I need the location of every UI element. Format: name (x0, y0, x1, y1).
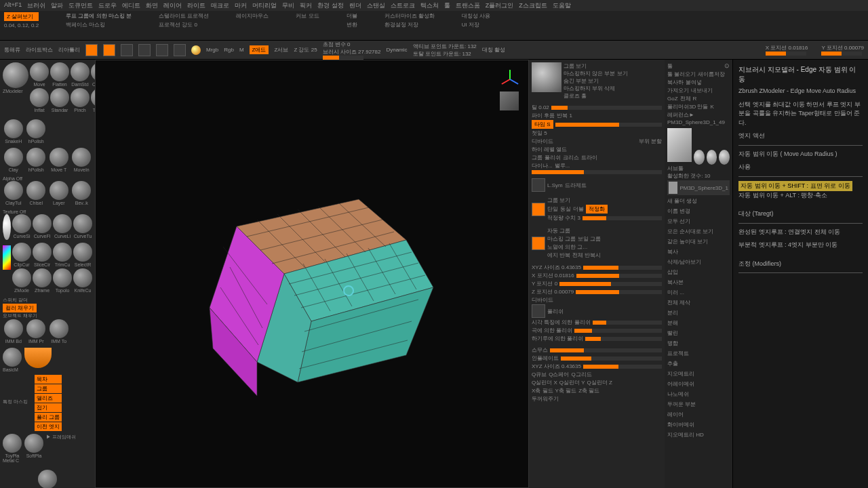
view-unmasked-label[interactable]: 마스킹하지 않은 부분 보기 (564, 70, 662, 77)
fill-color-button[interactable]: 컬러 채우기 (3, 304, 37, 312)
projection-strength-label[interactable]: 프로젝션 강도 0 (159, 21, 209, 28)
color-picker[interactable] (3, 245, 11, 270)
rotate-button[interactable] (156, 44, 168, 56)
menu-item[interactable]: Alt+F1 (4, 1, 22, 9)
tools-list-item[interactable]: 추출 (667, 359, 730, 369)
projection-label[interactable]: 스텔라이트 프로젝션 (159, 12, 209, 20)
slider[interactable] (532, 170, 662, 174)
ypos-label[interactable]: Y 포지션 0.00079 (821, 44, 864, 52)
axis-gizmo-icon[interactable] (497, 67, 521, 92)
focal-label[interactable]: 초점 변수 0 (323, 41, 381, 48)
zintensity-label[interactable]: Z 강도 25 (294, 46, 317, 54)
slider[interactable] (555, 123, 662, 127)
slider[interactable] (550, 348, 662, 352)
menu-item[interactable]: 레이어 (163, 1, 182, 9)
menu-item[interactable]: 머티리얼 (252, 1, 277, 9)
divide-label2[interactable]: 디바이드 (532, 296, 553, 304)
brush-icon[interactable] (72, 148, 91, 167)
polish-icon[interactable] (532, 304, 545, 318)
polish2-label[interactable]: 곡에 의한 폴리쉬 (532, 327, 572, 334)
alpha-label[interactable]: Alpha Off (3, 176, 92, 181)
brush-icon[interactable] (26, 319, 45, 338)
qsphere-label[interactable]: Q스페어 (549, 371, 569, 378)
polish-label[interactable]: 폴리쉬 (545, 154, 561, 161)
tools-list-item[interactable]: 같은 높이대 보기 (667, 237, 730, 247)
divide-label[interactable]: 디바이드 (532, 138, 553, 145)
all-repeat-label[interactable]: 전체 반복시 (572, 251, 601, 259)
brush-icon[interactable] (12, 214, 31, 233)
time-button[interactable]: 타임 S (532, 120, 553, 129)
tools-list-item[interactable]: 화이버메쉬 (667, 420, 730, 430)
material-ball-icon[interactable] (191, 45, 201, 55)
pie-label[interactable]: 파이 후품 (532, 112, 555, 119)
inflate-label[interactable]: 인플레이트 (532, 354, 559, 362)
xfield-label[interactable]: X축 필드 (532, 387, 553, 394)
ballo-label[interactable]: 벌루... (555, 162, 570, 169)
slider[interactable] (574, 329, 662, 333)
menu-item[interactable]: 스트로크 (391, 1, 415, 9)
material-icon[interactable] (3, 348, 22, 367)
slider[interactable] (559, 282, 662, 286)
adapt-value-label[interactable]: 적정량 수치 3 (547, 214, 580, 222)
symmetry-label[interactable]: 대칭성 사용 (462, 12, 490, 20)
menu-item[interactable]: 브러쉬 (27, 1, 45, 9)
brush-icon[interactable] (30, 88, 49, 107)
delete-masked-label[interactable]: 마스킹하지 부위 삭제 (564, 85, 662, 92)
explore-tab[interactable]: Z 살펴보기 (4, 12, 39, 21)
slider[interactable] (593, 321, 662, 325)
mask-label[interactable]: 특정 마스킹 (3, 399, 28, 405)
menu-item[interactable]: 트랜스폼 (456, 1, 480, 9)
active-brush-icon[interactable] (3, 62, 28, 88)
partdivide-label[interactable]: 부위 분할 (639, 138, 662, 145)
makepm3d-button[interactable]: 폴리머쉬3D 만들 (667, 103, 708, 110)
slider[interactable] (583, 216, 662, 220)
polish3-label[interactable]: 하기루에 의한 폴리쉬 (532, 335, 583, 342)
brush-icon[interactable] (73, 214, 92, 233)
group-label[interactable]: 그룹 (532, 154, 542, 161)
polish-label2[interactable]: 폴리쉬 (547, 308, 564, 315)
group-icon[interactable] (532, 237, 545, 250)
orange-list-item[interactable]: 목차 (35, 375, 62, 384)
brush-icon[interactable] (33, 243, 52, 262)
brush-icon[interactable] (50, 62, 69, 81)
zpos-label[interactable]: Z 포지션 0.00079 (532, 288, 574, 296)
brush-icon[interactable] (53, 243, 72, 262)
tools-list-item[interactable]: 분리 (667, 308, 730, 318)
framemesh-label[interactable]: ▶ 프레임매쉬 (46, 434, 76, 458)
curvemode-label[interactable]: 커브 모드 (296, 12, 319, 20)
load-tool-button[interactable]: 툴 불러오기 (667, 70, 696, 78)
preview-thumb[interactable] (532, 62, 561, 92)
reference-button[interactable]: 레퍼런스► (667, 111, 694, 119)
brush-icon[interactable] (73, 268, 92, 287)
slider[interactable] (583, 266, 662, 270)
zadd-button[interactable]: Z애드 (250, 45, 269, 54)
tools-list-item[interactable]: 모두 선기 (667, 216, 730, 226)
slider[interactable] (576, 274, 662, 278)
subtool-name-label[interactable]: PM3D_Sphere3D_1 (679, 185, 728, 191)
customize-label[interactable]: 커스터마이즈 활성화 (384, 12, 435, 20)
active-tool-thumb[interactable] (667, 128, 692, 162)
saveui-label[interactable]: UI 저장 (462, 21, 490, 28)
subtool-thumb[interactable] (669, 182, 677, 194)
crease-label[interactable]: 크리스 (563, 154, 579, 161)
adapt-button[interactable]: 적정화 (586, 205, 608, 214)
export-button[interactable]: 내보내기 (691, 87, 713, 94)
brush-icon[interactable] (50, 148, 68, 167)
brush-icon[interactable] (12, 268, 31, 287)
brush-icon[interactable] (71, 88, 90, 107)
edit-button[interactable] (85, 44, 98, 56)
tools-list-item[interactable]: 나노메쉬 (667, 389, 730, 399)
zsub-button[interactable]: Z서브 (274, 46, 288, 54)
xyzsize-label2[interactable]: XYZ 사이즈 0.43635 (532, 363, 581, 370)
symmetry-toggle[interactable]: 대칭 활성 (482, 46, 505, 54)
slider[interactable] (585, 337, 662, 341)
normgroup-label[interactable]: 노멀에 의한 그... (547, 243, 587, 251)
tools-list-item[interactable]: 분해 (667, 318, 730, 328)
mask-loop-label[interactable]: 루프 그룹에 의한 마스킹 분 (66, 12, 132, 20)
maskgroup-label[interactable]: 마스킹 그룹 (547, 235, 576, 243)
metal-label[interactable]: Metal C (3, 458, 92, 463)
brush-icon[interactable] (50, 88, 69, 107)
brush-icon[interactable] (4, 119, 23, 138)
xyzsize-label[interactable]: XYZ 사이즈 0.43635 (532, 264, 581, 271)
visgroup-label[interactable]: 보일 그룹 (578, 235, 601, 243)
